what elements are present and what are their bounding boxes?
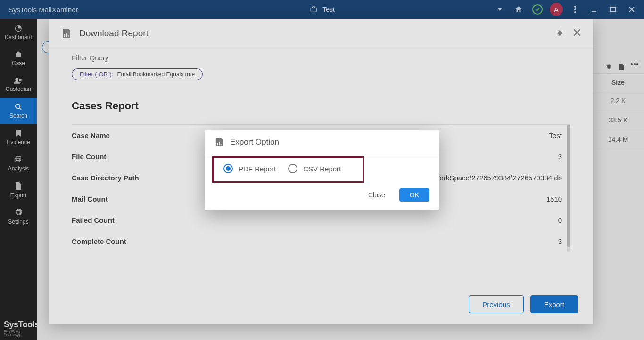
radio-csv-report[interactable]: CSV Report	[288, 164, 341, 173]
export-dialog-footer: Close OK	[205, 183, 439, 210]
export-option-dialog: Export Option PDF Report CSV Report Clos…	[205, 130, 439, 210]
radio-pdf-report[interactable]: PDF Report	[223, 164, 276, 173]
export-dialog-header: Export Option	[205, 130, 439, 155]
radio-icon	[223, 164, 233, 173]
svg-rect-27	[221, 144, 222, 146]
export-options-row: PDF Report CSV Report	[205, 155, 439, 183]
ok-button[interactable]: OK	[399, 188, 429, 202]
svg-rect-25	[217, 143, 218, 146]
svg-rect-26	[219, 142, 220, 145]
radio-icon	[288, 164, 297, 173]
close-button[interactable]: Close	[363, 188, 390, 202]
export-dialog-title: Export Option	[230, 138, 279, 147]
report-icon	[215, 137, 223, 147]
